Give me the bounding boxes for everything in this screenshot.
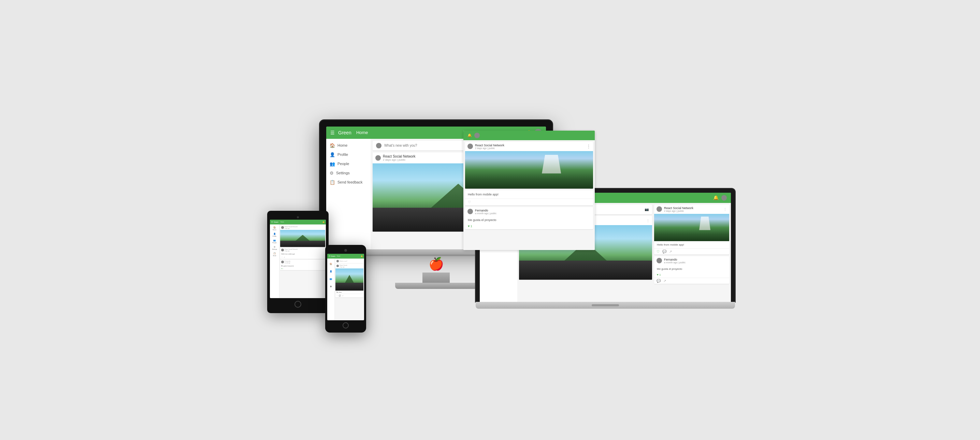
tablet-post-1: React Social Network2 days ago — [280, 225, 325, 247]
tablet-menu-icon[interactable]: ☰ — [271, 221, 273, 223]
profile-icon: 👤 — [329, 152, 335, 157]
tablet-post-3-header: Fernandoa month ago — [280, 260, 325, 264]
laptop-share-icon[interactable]: ↗ — [669, 250, 672, 253]
mrp3-author: Fernando — [475, 209, 591, 212]
laptop-like-icon[interactable]: ♡ — [657, 250, 660, 253]
phone-share-icon[interactable]: ↗ — [342, 295, 343, 297]
laptop-post-2-meta: 2 days ago | public — [664, 210, 721, 212]
laptop-post-2-actions: ♡ 💬 ↗ — [654, 248, 729, 254]
phone-sidebar-settings[interactable]: ⚙ — [327, 282, 334, 289]
tablet-p2-info: React Social Network2 days ago — [285, 248, 298, 252]
phone-menu-icon[interactable]: ☰ — [329, 255, 330, 257]
tablet-p2-avatar — [281, 249, 284, 251]
sidebar-label-home: Home — [337, 143, 347, 147]
post-1-avatar — [375, 155, 381, 160]
tablet-brand: Green — [274, 221, 278, 223]
laptop-avatar[interactable] — [721, 195, 727, 200]
mrp2-actions: ♡ — [465, 199, 593, 205]
laptop-post-2-author: React Social Network — [664, 206, 721, 210]
tablet-p1-image — [280, 230, 325, 247]
tablet-p2-actions: ♡ ↗ — [280, 256, 325, 259]
mrp3-info: Fernando a month ago | public — [475, 209, 591, 214]
sidebar-item-settings[interactable]: ⚙ Settings — [326, 168, 371, 178]
home-icon: 🏠 — [329, 143, 335, 148]
tablet-body: 🏠 Home 👤 Profile 👥 People ⚙ — [270, 224, 326, 298]
phone-settings-icon: ⚙ — [330, 286, 332, 288]
sidebar-label-feedback: Send feedback — [337, 180, 363, 184]
phone-sidebar-profile[interactable]: 👤 — [327, 267, 334, 274]
laptop-post-2-info: React Social Network 2 days ago | public — [664, 206, 721, 212]
phone-body: 🏠 👤 👥 ⚙ — [327, 259, 364, 320]
monitor-right-avatar — [474, 133, 480, 138]
phone-shell: ☰ Green Home 🔔 🏠 👤 — [325, 245, 366, 332]
laptop-post-3-author: Fernando — [664, 258, 727, 261]
mrp1-landscape — [465, 151, 593, 189]
phone-compose: What's new? — [336, 259, 363, 263]
tablet-shell: ☰ Green Home 🔔 🏠 Home 👤 — [267, 211, 329, 313]
laptop-bar-icons: 🔔 — [713, 195, 727, 200]
phone-content: What's new? React Social2 days ago My — [335, 259, 364, 320]
laptop-post-2-image — [654, 214, 729, 241]
laptop-comment-icon[interactable]: 💬 — [662, 250, 667, 253]
sidebar-item-home[interactable]: 🏠 Home — [326, 141, 371, 150]
tablet-home-icon: 🏠 — [273, 226, 276, 229]
phone-comment-icon[interactable]: 💬 — [339, 295, 341, 297]
tablet-sidebar-people[interactable]: 👥 People — [270, 238, 279, 245]
tablet-share-icon[interactable]: ↗ — [283, 256, 285, 258]
laptop-post-3-avatar — [657, 258, 662, 263]
phone-brand: Green — [331, 255, 336, 257]
tablet-p1-info: React Social Network2 days ago — [285, 226, 298, 229]
tablet-feedback-label: Send — [273, 255, 276, 256]
phone-like-icon[interactable]: ♡ — [336, 295, 338, 297]
feedback-icon: 📋 — [329, 180, 335, 185]
tablet-screen: ☰ Green Home 🔔 🏠 Home 👤 — [270, 220, 326, 298]
laptop-post-1-more[interactable]: ⋮ — [646, 219, 650, 222]
monitor-sidebar: 🏠 Home 👤 Profile 👥 People ⚙ — [326, 139, 371, 249]
mrp1-image — [465, 151, 593, 189]
tablet-feedback-icon: 📋 — [273, 252, 276, 254]
tablet-p1-avatar — [281, 226, 284, 229]
tablet-sidebar-feedback[interactable]: 📋 Send — [270, 251, 279, 257]
laptop-post-2: React Social Network 2 days ago | public… — [654, 205, 729, 254]
tablet-p3-likes: ♥ 1 — [280, 267, 325, 270]
phone-camera — [344, 249, 347, 252]
monitor-right-content: React Social Network 2 days ago | public… — [463, 140, 595, 250]
laptop-camera-icon[interactable]: 📷 — [644, 207, 649, 211]
mrp2-like-icon[interactable]: ♡ — [468, 200, 471, 204]
laptop-post-2-more[interactable]: ⋮ — [724, 207, 727, 211]
tablet-sidebar-home[interactable]: 🏠 Home — [270, 225, 279, 232]
menu-icon[interactable]: ☰ — [330, 130, 335, 135]
tablet-sidebar: 🏠 Home 👤 Profile 👥 People ⚙ — [270, 224, 280, 298]
laptop-bell-icon[interactable]: 🔔 — [713, 195, 719, 200]
tablet-like-icon[interactable]: ♡ — [281, 256, 283, 258]
mrp1-more[interactable]: ⋮ — [587, 144, 591, 149]
tablet-settings-label: Settings — [272, 248, 277, 250]
tablet-page: Home — [280, 221, 323, 223]
tablet-p3-text: Me gusta el proyecto — [280, 264, 325, 267]
laptop-post-2-header: React Social Network 2 days ago | public… — [654, 205, 729, 214]
tablet-settings-icon: ⚙ — [274, 246, 275, 248]
phone-device: ☰ Green Home 🔔 🏠 👤 — [325, 245, 366, 332]
phone-home-button[interactable] — [343, 322, 349, 329]
monitor-right-post-1: React Social Network 2 days ago | public… — [465, 142, 593, 189]
laptop-p3-share-icon[interactable]: ↗ — [663, 279, 666, 283]
laptop-post-2-text: Hello from mobile app! — [654, 241, 729, 248]
sidebar-item-feedback[interactable]: 📋 Send feedback — [326, 178, 371, 187]
tablet-home-button[interactable] — [294, 301, 301, 308]
laptop-p3-comment-icon[interactable]: 💬 — [657, 279, 660, 283]
laptop-post-3-meta: a month ago | public — [664, 261, 727, 264]
phone-p1-header: React Social2 days ago — [336, 264, 363, 268]
compose-avatar — [376, 143, 382, 148]
mrp2-text: Hello from mobile app! — [465, 190, 593, 199]
phone-sidebar-home[interactable]: 🏠 — [327, 259, 334, 267]
tablet-camera — [297, 216, 299, 218]
laptop-post-3-info: Fernando a month ago | public — [664, 258, 727, 264]
phone-sidebar-people[interactable]: 👥 — [327, 274, 334, 282]
phone-compose-placeholder: What's new? — [339, 260, 363, 262]
sidebar-label-settings: Settings — [336, 171, 350, 175]
tablet-sidebar-profile[interactable]: 👤 Profile — [270, 232, 279, 238]
mrp3-avatar — [468, 209, 473, 214]
sidebar-item-profile[interactable]: 👤 Profile — [326, 150, 371, 159]
sidebar-item-people[interactable]: 👥 People — [326, 159, 371, 168]
tablet-sidebar-settings[interactable]: ⚙ Settings — [270, 245, 279, 251]
